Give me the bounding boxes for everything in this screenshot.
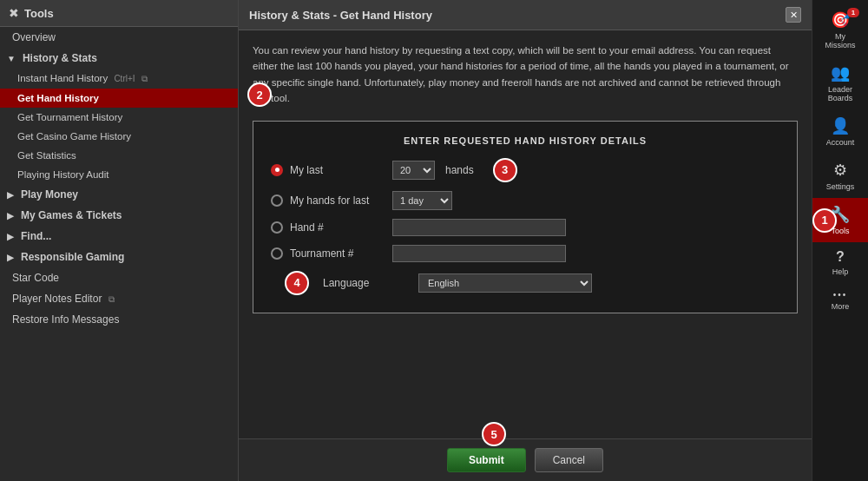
tools-icon-right: 🔧 (831, 205, 850, 224)
missions-badge: 1 (847, 8, 859, 17)
radio-hand-number[interactable] (271, 221, 283, 234)
annotation-4: 4 (285, 271, 309, 295)
account-icon: 👤 (831, 116, 850, 135)
main-footer: 5 Submit Cancel (239, 438, 812, 481)
form-row-my-last: My last 20 5 10 50 100 hands 3 (271, 158, 779, 182)
sidebar-item-player-notes-editor[interactable]: Player Notes Editor ⧉ (0, 288, 238, 309)
label-my-last: My last (290, 164, 385, 176)
hands-text: hands (445, 164, 474, 176)
more-label: More (832, 302, 850, 311)
select-my-last-count[interactable]: 20 5 10 50 100 (392, 161, 435, 180)
main-body: 2 You can review your hand history by re… (239, 30, 812, 438)
tools-header-icon: ✖ (9, 6, 19, 20)
description-text: You can review your hand history by requ… (253, 43, 798, 107)
settings-icon: ⚙ (833, 161, 847, 180)
input-hand-number[interactable] (392, 219, 566, 236)
sidebar-item-history-stats[interactable]: ▼ History & Stats (0, 48, 238, 69)
close-button[interactable]: ✕ (786, 7, 801, 23)
expand-arrow-responsible-icon: ▶ (7, 253, 14, 262)
main-header: History & Stats - Get Hand History ✕ (239, 0, 812, 30)
sidebar-item-get-statistics[interactable]: Get Statistics (0, 146, 238, 165)
leaderboards-icon: 👥 (831, 63, 850, 82)
radio-my-last[interactable] (271, 164, 283, 176)
missions-label: MyMissions (825, 32, 855, 49)
form-box-title: ENTER REQUESTED HAND HISTORY DETAILS (271, 135, 779, 146)
right-item-account[interactable]: 👤 Account (812, 109, 868, 154)
more-icon: ••• (833, 290, 848, 300)
copy-icon-notes: ⧉ (108, 294, 115, 304)
right-item-help[interactable]: ? Help (812, 242, 868, 283)
leaderboards-label: LeaderBoards (828, 85, 853, 102)
sidebar-item-play-money[interactable]: ▶ Play Money (0, 184, 238, 205)
annotation-3: 3 (493, 158, 517, 182)
form-row-tournament-number: Tournament # (271, 245, 779, 262)
right-item-settings[interactable]: ⚙ Settings (812, 154, 868, 198)
right-item-missions[interactable]: 🎯 1 MyMissions (812, 3, 868, 56)
select-my-hands-period[interactable]: 1 day 2 days 7 days 30 days (392, 191, 452, 210)
right-item-leaderboards[interactable]: 👥 LeaderBoards (812, 56, 868, 109)
right-item-tools[interactable]: 1 🔧 Tools (812, 198, 868, 242)
sidebar-header: ✖ Tools (0, 0, 238, 27)
main-content: History & Stats - Get Hand History ✕ 2 Y… (239, 0, 812, 481)
label-tournament-number: Tournament # (290, 247, 385, 260)
account-label: Account (826, 138, 855, 147)
tools-label-right: Tools (831, 227, 849, 235)
help-icon: ? (836, 249, 845, 265)
left-sidebar: ✖ Tools Overview ▼ History & Stats Insta… (0, 0, 239, 481)
form-row-hand-number: Hand # (271, 219, 779, 236)
right-sidebar: 🎯 1 MyMissions 👥 LeaderBoards 👤 Account … (812, 0, 868, 481)
radio-my-hands-for-last[interactable] (271, 194, 283, 207)
shortcut-ctrl-i: Ctrl+I (114, 74, 135, 83)
language-row: 4 Language English German French Spanish… (271, 271, 779, 295)
settings-label: Settings (826, 182, 855, 191)
form-row-my-hands-for-last: My hands for last 1 day 2 days 7 days 30… (271, 191, 779, 210)
sidebar-item-get-hand-history[interactable]: Get Hand History (0, 89, 238, 108)
expand-arrow-play-money-icon: ▶ (7, 190, 14, 200)
radio-tournament-number[interactable] (271, 247, 283, 260)
page-title: History & Stats - Get Hand History (249, 9, 432, 22)
input-tournament-number[interactable] (392, 245, 566, 262)
select-language[interactable]: English German French Spanish Italian Ru… (418, 273, 592, 293)
sidebar-item-my-games-tickets[interactable]: ▶ My Games & Tickets (0, 205, 238, 226)
sidebar-item-get-casino-game-history[interactable]: Get Casino Game History (0, 127, 238, 146)
sidebar-title: Tools (24, 7, 54, 20)
expand-arrow-icon: ▼ (7, 54, 16, 63)
sidebar-item-instant-hand-history[interactable]: Instant Hand History Ctrl+I ⧉ (0, 69, 238, 89)
sidebar-item-restore-info-messages[interactable]: Restore Info Messages (0, 309, 238, 330)
submit-button[interactable]: Submit (447, 448, 526, 472)
right-item-more[interactable]: ••• More (812, 283, 868, 318)
hand-history-form-box: ENTER REQUESTED HAND HISTORY DETAILS My … (253, 121, 798, 313)
sidebar-item-playing-history-audit[interactable]: Playing History Audit (0, 165, 238, 184)
label-my-hands-for-last: My hands for last (290, 194, 385, 207)
copy-icon: ⧉ (141, 74, 148, 83)
language-label: Language (323, 277, 410, 289)
sidebar-item-responsible-gaming[interactable]: ▶ Responsible Gaming (0, 247, 238, 267)
sidebar-item-get-tournament-history[interactable]: Get Tournament History (0, 108, 238, 127)
expand-arrow-find-icon: ▶ (7, 232, 14, 241)
sidebar-item-star-code[interactable]: Star Code (0, 267, 238, 288)
sidebar-item-find[interactable]: ▶ Find... (0, 226, 238, 247)
label-hand-number: Hand # (290, 221, 385, 234)
help-label: Help (832, 267, 849, 276)
cancel-button[interactable]: Cancel (535, 448, 603, 472)
expand-arrow-games-icon: ▶ (7, 211, 14, 221)
sidebar-item-overview[interactable]: Overview (0, 27, 238, 48)
